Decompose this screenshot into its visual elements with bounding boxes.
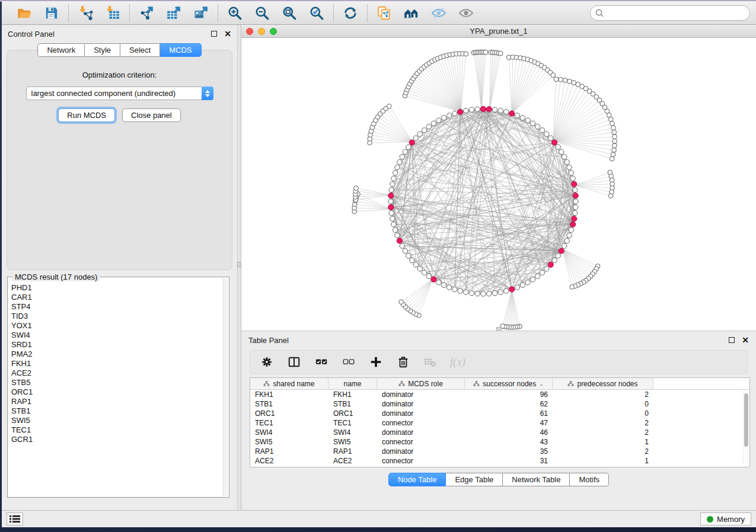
table-header-row: shared namenameMCDS rolesuccessor nodes⌄… bbox=[250, 378, 749, 390]
add-button[interactable] bbox=[369, 355, 383, 369]
table-row[interactable]: FKH1FKH1dominator962 bbox=[250, 390, 749, 399]
cell-predecessor-nodes: 2 bbox=[553, 419, 653, 427]
first-neighbors-icon bbox=[404, 5, 419, 21]
tab-select[interactable]: Select bbox=[120, 43, 160, 57]
column-header-predecessor-nodes[interactable]: predecessor nodes bbox=[553, 378, 653, 389]
save-button[interactable] bbox=[43, 5, 60, 21]
zoom-selected-button[interactable] bbox=[308, 5, 325, 21]
cell-shared-name: ACE2 bbox=[250, 457, 328, 465]
float-table-panel-icon[interactable] bbox=[729, 337, 735, 343]
application-window: Control Panel ✕ NetworkStyleSelectMCDS O… bbox=[2, 1, 756, 527]
result-item[interactable]: ORC1 bbox=[9, 387, 223, 397]
result-item[interactable]: SWI5 bbox=[9, 416, 223, 425]
cell-shared-name: FKH1 bbox=[250, 390, 328, 399]
tab-motifs[interactable]: Motifs bbox=[570, 473, 609, 486]
cell-MCDS-role: dominator bbox=[377, 400, 465, 408]
export-table-icon bbox=[166, 5, 181, 21]
copy-view-button[interactable] bbox=[376, 5, 393, 21]
window-close-icon[interactable] bbox=[246, 28, 253, 35]
refresh-button[interactable] bbox=[342, 5, 359, 21]
cell-MCDS-role: dominator bbox=[377, 447, 465, 456]
table-row[interactable]: SWI4SWI4dominator462 bbox=[250, 428, 749, 437]
column-header-shared-name[interactable]: shared name bbox=[250, 378, 328, 389]
memory-label: Memory bbox=[717, 515, 745, 524]
tab-mcds[interactable]: MCDS bbox=[160, 43, 201, 57]
table-row[interactable]: TEC1TEC1connector472 bbox=[250, 418, 749, 428]
result-item[interactable]: GCR1 bbox=[9, 435, 223, 444]
tab-style[interactable]: Style bbox=[85, 43, 120, 57]
result-item[interactable]: FKH1 bbox=[9, 359, 223, 368]
tab-node-table[interactable]: Node Table bbox=[388, 473, 446, 486]
tab-edge-table[interactable]: Edge Table bbox=[446, 473, 503, 486]
first-neighbors-button[interactable] bbox=[403, 5, 420, 21]
open-button[interactable] bbox=[16, 5, 33, 21]
column-header-successor-nodes[interactable]: successor nodes⌄ bbox=[465, 378, 553, 389]
save-icon bbox=[44, 5, 59, 21]
window-minimize-icon[interactable] bbox=[258, 28, 265, 35]
export-network-button[interactable] bbox=[138, 5, 155, 21]
cell-shared-name: STB1 bbox=[250, 400, 328, 408]
zoom-fit-button[interactable] bbox=[281, 5, 298, 21]
float-panel-icon[interactable] bbox=[211, 31, 217, 37]
result-item[interactable]: TEC1 bbox=[9, 425, 223, 435]
tab-network-table[interactable]: Network Table bbox=[503, 473, 570, 486]
zoom-out-button[interactable] bbox=[254, 5, 270, 21]
result-item[interactable]: STB5 bbox=[9, 378, 223, 387]
run-mcds-button[interactable]: Run MCDS bbox=[58, 108, 115, 122]
result-item[interactable]: SWI4 bbox=[9, 331, 223, 340]
table-row[interactable]: ACE2ACE2connector311 bbox=[250, 456, 749, 466]
import-table-button[interactable] bbox=[104, 5, 121, 21]
result-item[interactable]: RAP1 bbox=[9, 397, 223, 406]
result-item[interactable]: YOX1 bbox=[9, 321, 223, 331]
result-scrollbar[interactable] bbox=[223, 278, 228, 496]
table-panel-titlebar: Table Panel ✕ bbox=[241, 331, 756, 349]
memory-button[interactable]: Memory bbox=[700, 512, 751, 525]
mcds-result-list[interactable]: PHD1CAR1STP4TID3YOX1SWI4SRD1PMA2FKH1ACE2… bbox=[9, 278, 223, 496]
table-row[interactable]: ORC1ORC1dominator610 bbox=[250, 409, 749, 418]
close-table-panel-icon[interactable]: ✕ bbox=[742, 336, 749, 344]
import-table-icon bbox=[105, 5, 120, 21]
panel-list-button[interactable] bbox=[7, 512, 23, 525]
delete-button[interactable] bbox=[396, 355, 410, 369]
gear-button[interactable] bbox=[260, 355, 274, 369]
column-header-name[interactable]: name bbox=[328, 378, 377, 389]
table-row[interactable]: YOX1YOX1connector291 bbox=[250, 466, 749, 467]
cell-shared-name: TEC1 bbox=[250, 419, 328, 427]
close-panel-icon[interactable]: ✕ bbox=[224, 30, 231, 38]
table-row[interactable]: STB1STB1dominator620 bbox=[250, 399, 749, 409]
hide-selected-button[interactable] bbox=[430, 5, 447, 21]
result-item[interactable]: ACE2 bbox=[9, 368, 223, 378]
close-panel-button[interactable]: Close panel bbox=[122, 108, 181, 122]
result-item[interactable]: CAR1 bbox=[9, 293, 223, 302]
columns-button[interactable] bbox=[287, 355, 301, 369]
export-image-button[interactable] bbox=[193, 5, 209, 21]
result-item[interactable]: PMA2 bbox=[9, 350, 223, 359]
tab-network[interactable]: Network bbox=[37, 43, 85, 57]
table-row[interactable]: SWI5SWI5connector431 bbox=[250, 437, 749, 447]
vertical-split-divider[interactable] bbox=[237, 25, 241, 510]
show-all-icon bbox=[458, 5, 474, 21]
select-all-button[interactable] bbox=[314, 355, 328, 369]
result-item[interactable]: STB1 bbox=[9, 406, 223, 416]
criterion-dropdown[interactable]: largest connected component (undirected) bbox=[26, 86, 213, 100]
result-item[interactable]: TID3 bbox=[9, 312, 223, 321]
zoom-in-button[interactable] bbox=[227, 5, 243, 21]
list-icon bbox=[9, 515, 20, 523]
column-header-MCDS-role[interactable]: MCDS role bbox=[377, 378, 465, 389]
result-item[interactable]: PHD1 bbox=[9, 283, 223, 293]
network-canvas[interactable] bbox=[241, 38, 756, 331]
table-row[interactable]: RAP1RAP1dominator352 bbox=[250, 447, 749, 456]
main-toolbar bbox=[2, 1, 756, 25]
deselect-all-button[interactable] bbox=[342, 355, 356, 369]
window-zoom-icon[interactable] bbox=[270, 28, 277, 35]
import-network-button[interactable] bbox=[77, 5, 94, 21]
export-table-button[interactable] bbox=[165, 5, 182, 21]
select-all-icon bbox=[315, 355, 328, 368]
show-all-button[interactable] bbox=[458, 5, 474, 21]
result-item[interactable]: STP4 bbox=[9, 302, 223, 312]
network-graph[interactable] bbox=[241, 38, 756, 331]
cell-successor-nodes: 46 bbox=[465, 428, 553, 437]
search-input[interactable] bbox=[590, 5, 750, 21]
table-scrollbar[interactable] bbox=[743, 391, 748, 464]
result-item[interactable]: SRD1 bbox=[9, 340, 223, 350]
